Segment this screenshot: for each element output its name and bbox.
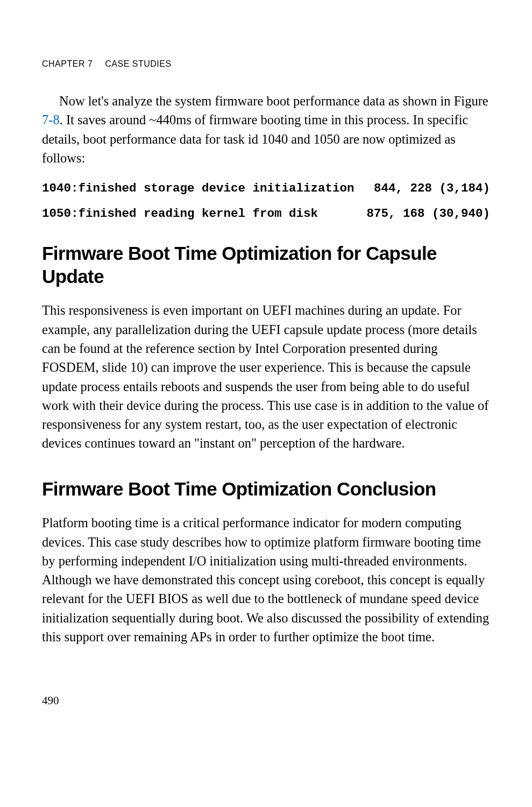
- section1-heading: Firmware Boot Time Optimization for Caps…: [42, 242, 490, 288]
- page-number: 490: [42, 694, 59, 707]
- page-header: CHAPTER 7 CASE STUDIES: [42, 59, 490, 69]
- code-line2-left: 1050:finished reading kernel from disk: [42, 208, 318, 220]
- code-line1-right: 844, 228 (3,184): [374, 182, 490, 195]
- code-row-1050: 1050:finished reading kernel from disk 8…: [42, 208, 490, 220]
- intro-paragraph: Now let's analyze the system firmware bo…: [42, 91, 490, 167]
- section1-body: This responsiveness is even important on…: [42, 301, 490, 452]
- code-block: 1040:finished storage device initializat…: [42, 182, 490, 220]
- chapter-title: CASE STUDIES: [105, 59, 171, 68]
- code-row-1040: 1040:finished storage device initializat…: [42, 182, 490, 195]
- code-line1-left: 1040:finished storage device initializat…: [42, 182, 354, 195]
- code-line2-right: 875, 168 (30,940): [366, 208, 490, 220]
- figure-link[interactable]: 7-8: [42, 112, 60, 127]
- section2-heading: Firmware Boot Time Optimization Conclusi…: [42, 478, 490, 501]
- chapter-number: CHAPTER 7: [42, 59, 93, 68]
- intro-text-before: Now let's analyze the system firmware bo…: [59, 94, 488, 108]
- intro-text-after: . It saves around ~440ms of firmware boo…: [42, 112, 468, 165]
- section2-body: Platform booting time is a critical perf…: [42, 513, 490, 646]
